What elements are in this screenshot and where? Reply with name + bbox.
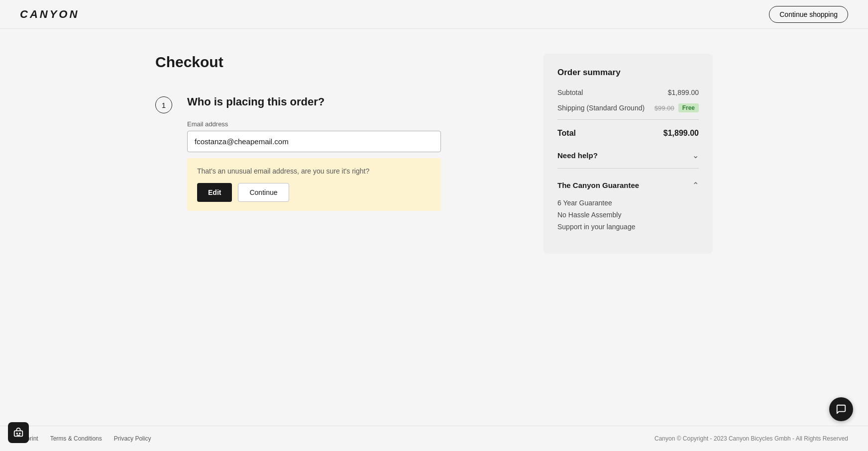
continue-button[interactable]: Continue (238, 183, 289, 202)
need-help-header[interactable]: Need help? ⌄ (557, 148, 699, 163)
logo: CANYON (20, 8, 79, 21)
guarantee-item-3: Support in your language (557, 223, 699, 231)
email-form-group: Email address (187, 120, 514, 152)
order-summary-title: Order summary (557, 68, 699, 78)
edit-button[interactable]: Edit (197, 183, 232, 202)
canyon-guarantee-title: The Canyon Guarantee (557, 181, 639, 189)
step-number: 1 (155, 96, 172, 113)
total-label: Total (557, 129, 576, 138)
svg-point-1 (16, 433, 17, 434)
svg-point-2 (19, 433, 20, 434)
total-row: Total $1,899.00 (557, 129, 699, 138)
continue-shopping-button[interactable]: Continue shopping (769, 6, 848, 23)
subtotal-row: Subtotal $1,899.00 (557, 89, 699, 96)
bot-icon-button[interactable] (8, 422, 29, 443)
page-header: CANYON Continue shopping (0, 0, 868, 29)
page-title: Checkout (155, 54, 514, 71)
footer-links: Imprint Terms & Conditions Privacy Polic… (20, 435, 151, 442)
subtotal-label: Subtotal (557, 89, 583, 96)
total-value: $1,899.00 (663, 129, 699, 138)
footer-copyright: Canyon © Copyright - 2023 Canyon Bicycle… (654, 435, 848, 442)
email-label: Email address (187, 120, 514, 128)
need-help-title: Need help? (557, 151, 598, 160)
footer-link-privacy[interactable]: Privacy Policy (114, 435, 151, 442)
page-footer: Imprint Terms & Conditions Privacy Polic… (0, 426, 868, 451)
right-column: Order summary Subtotal $1,899.00 Shippin… (543, 54, 713, 254)
subtotal-value: $1,899.00 (668, 89, 699, 96)
canyon-guarantee-chevron-icon: ⌃ (692, 180, 699, 190)
canyon-guarantee-header[interactable]: The Canyon Guarantee ⌃ (557, 178, 699, 193)
step-1-section: 1 Who is placing this order? Email addre… (155, 95, 514, 211)
shipping-row: Shipping (Standard Ground) $99.00 Free (557, 103, 699, 112)
canyon-guarantee-accordion: The Canyon Guarantee ⌃ 6 Year Guarantee … (557, 178, 699, 238)
need-help-accordion: Need help? ⌄ (557, 148, 699, 163)
chat-button[interactable] (829, 397, 853, 421)
free-badge: Free (678, 103, 699, 112)
guarantee-item-2: No Hassle Assembly (557, 211, 699, 219)
shipping-right: $99.00 Free (654, 103, 699, 112)
footer-link-terms[interactable]: Terms & Conditions (50, 435, 102, 442)
order-summary-card: Order summary Subtotal $1,899.00 Shippin… (543, 54, 713, 254)
accordion-divider (557, 168, 699, 169)
shipping-label: Shipping (Standard Ground) (557, 104, 645, 112)
shipping-original: $99.00 (654, 104, 674, 112)
left-column: Checkout 1 Who is placing this order? Em… (155, 54, 514, 211)
email-input[interactable] (187, 131, 441, 152)
summary-divider (557, 119, 699, 120)
guarantee-item-1: 6 Year Guarantee (557, 199, 699, 207)
step-content: Who is placing this order? Email address… (187, 95, 514, 211)
step-title: Who is placing this order? (187, 95, 514, 108)
warning-box: That's an unusual email address, are you… (187, 158, 441, 211)
warning-actions: Edit Continue (197, 183, 431, 202)
need-help-chevron-icon: ⌄ (692, 151, 699, 160)
main-content: Checkout 1 Who is placing this order? Em… (135, 29, 733, 273)
canyon-guarantee-body: 6 Year Guarantee No Hassle Assembly Supp… (557, 193, 699, 238)
warning-text: That's an unusual email address, are you… (197, 167, 431, 175)
